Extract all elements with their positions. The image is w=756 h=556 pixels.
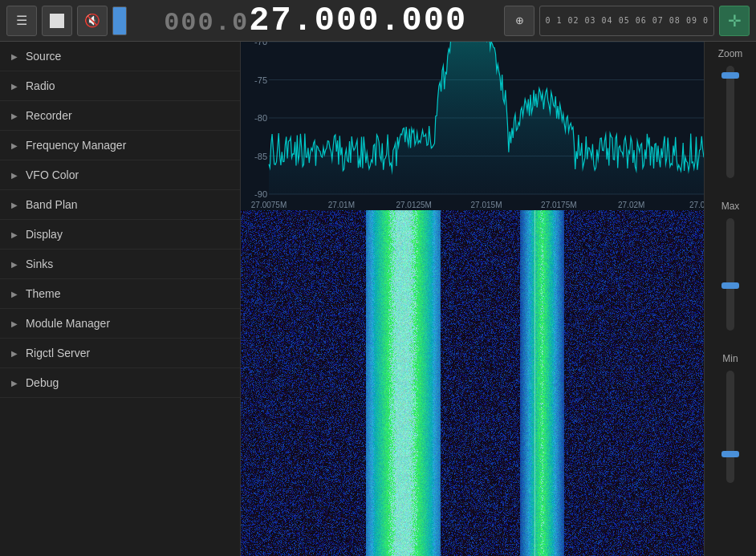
- sidebar-item-radio[interactable]: ▶ Radio: [0, 71, 240, 101]
- sidebar-arrow-band-plan: ▶: [11, 201, 18, 209]
- menu-button[interactable]: ☰: [6, 6, 37, 36]
- max-thumb[interactable]: [721, 282, 739, 289]
- toolbar: ☰ 🔇 000.027.000.000 ⊕ 0 1 02 03 04 05 06…: [0, 0, 756, 42]
- sidebar-item-band-plan[interactable]: ▶ Band Plan: [0, 190, 240, 220]
- max-control: Max: [721, 201, 740, 334]
- spectrum-canvas: [241, 42, 704, 210]
- sidebar-arrow-module-manager: ▶: [11, 319, 18, 328]
- sidebar-arrow-sinks: ▶: [11, 260, 18, 269]
- sidebar-label-module-manager: Module Manager: [26, 317, 110, 330]
- sidebar-item-module-manager[interactable]: ▶ Module Manager: [0, 309, 240, 339]
- sidebar-label-debug: Debug: [26, 376, 59, 389]
- zoom-control: Zoom: [718, 48, 743, 181]
- content-area: Zoom Max Min: [241, 42, 756, 556]
- plugin-icon: ✛: [728, 11, 742, 30]
- scale-values: 0 1 02 03 04 05 06 07 08 09 0: [545, 16, 709, 25]
- sidebar-arrow-source: ▶: [11, 52, 18, 61]
- min-label: Min: [722, 353, 738, 364]
- sidebar-item-freq-manager[interactable]: ▶ Frequency Manager: [0, 131, 240, 160]
- sidebar-arrow-freq-manager: ▶: [11, 141, 18, 150]
- sidebar-item-vfo-color[interactable]: ▶ VFO Color: [0, 160, 240, 190]
- menu-icon: ☰: [16, 13, 27, 28]
- max-label: Max: [721, 201, 740, 212]
- frequency-display: 000.027.000.000: [132, 2, 499, 40]
- freq-prefix: 000.0: [164, 8, 249, 38]
- sidebar-item-source[interactable]: ▶ Source: [0, 42, 240, 71]
- right-controls: Zoom Max Min: [704, 42, 756, 556]
- stop-button[interactable]: [42, 6, 72, 36]
- sidebar-item-recorder[interactable]: ▶ Recorder: [0, 101, 240, 131]
- freq-main: 27.000.000: [249, 2, 467, 40]
- sidebar-item-theme[interactable]: ▶ Theme: [0, 279, 240, 309]
- max-track: [726, 218, 734, 331]
- sidebar-item-rigctl-server[interactable]: ▶ Rigctl Server: [0, 339, 240, 368]
- spectrum-display: [241, 42, 704, 210]
- min-thumb[interactable]: [721, 451, 739, 457]
- sidebar: ▶ Source ▶ Radio ▶ Recorder ▶ Frequency …: [0, 42, 241, 556]
- sidebar-label-display: Display: [26, 228, 63, 241]
- zoom-track: [726, 66, 734, 178]
- sidebar-label-theme: Theme: [26, 287, 61, 300]
- compass-icon: ⊕: [515, 14, 524, 26]
- min-track: [726, 371, 734, 483]
- zoom-label: Zoom: [718, 48, 743, 59]
- sidebar-label-sinks: Sinks: [26, 258, 53, 270]
- plugin-button[interactable]: ✛: [719, 6, 750, 36]
- mute-button[interactable]: 🔇: [77, 6, 108, 36]
- main-area: ▶ Source ▶ Radio ▶ Recorder ▶ Frequency …: [0, 42, 756, 556]
- sidebar-label-recorder: Recorder: [26, 109, 72, 122]
- zoom-thumb[interactable]: [721, 72, 739, 79]
- sidebar-label-freq-manager: Frequency Manager: [26, 139, 126, 152]
- compass-button[interactable]: ⊕: [504, 6, 534, 36]
- sidebar-label-vfo-color: VFO Color: [26, 168, 79, 181]
- sidebar-label-source: Source: [26, 50, 61, 63]
- sidebar-arrow-theme: ▶: [11, 290, 18, 298]
- sidebar-arrow-recorder: ▶: [11, 112, 18, 120]
- sidebar-label-radio: Radio: [26, 79, 55, 92]
- sidebar-label-rigctl-server: Rigctl Server: [26, 347, 90, 359]
- sidebar-arrow-radio: ▶: [11, 82, 18, 91]
- sidebar-arrow-vfo-color: ▶: [11, 171, 18, 180]
- sidebar-arrow-debug: ▶: [11, 379, 18, 388]
- scale-display: 0 1 02 03 04 05 06 07 08 09 0: [539, 6, 714, 36]
- sidebar-item-sinks[interactable]: ▶ Sinks: [0, 250, 240, 279]
- waterfall-display: [241, 210, 704, 556]
- stop-icon: [50, 14, 64, 28]
- sidebar-item-display[interactable]: ▶ Display: [0, 220, 240, 250]
- mute-icon: 🔇: [84, 13, 100, 28]
- sidebar-arrow-rigctl-server: ▶: [11, 349, 18, 358]
- waterfall-canvas: [241, 210, 704, 556]
- spectrum-waterfall: [241, 42, 704, 556]
- sidebar-arrow-display: ▶: [11, 230, 18, 239]
- vfo-button[interactable]: [112, 6, 127, 35]
- sidebar-item-debug[interactable]: ▶ Debug: [0, 368, 240, 398]
- sidebar-label-band-plan: Band Plan: [26, 198, 78, 211]
- min-control: Min: [722, 353, 738, 486]
